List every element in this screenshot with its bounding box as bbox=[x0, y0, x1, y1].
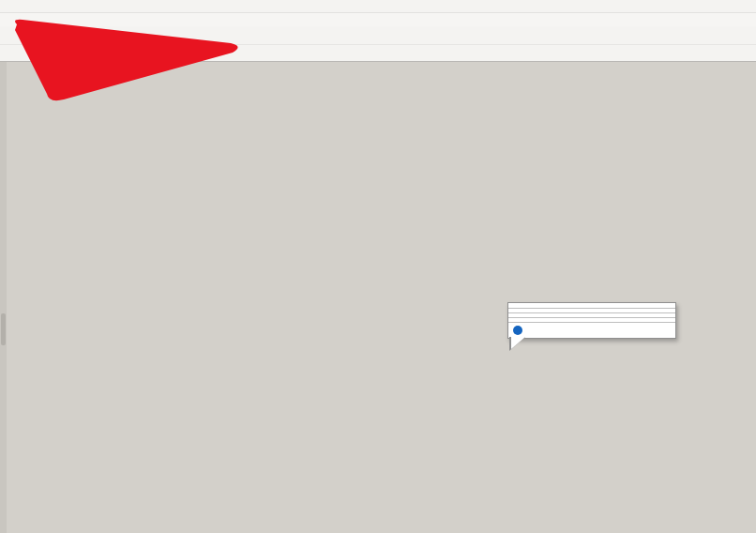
toolbar-main bbox=[0, 26, 756, 45]
bar-tooltip bbox=[507, 302, 676, 339]
tooltip-tail bbox=[511, 337, 525, 349]
toolbar-tools bbox=[0, 45, 756, 62]
tooltip-info-link[interactable] bbox=[508, 323, 675, 338]
title-bar bbox=[0, 0, 756, 13]
menu-bar bbox=[0, 13, 756, 26]
drawing-canvas[interactable] bbox=[0, 62, 756, 533]
structure-view[interactable] bbox=[0, 62, 756, 533]
panel-handle[interactable] bbox=[1, 313, 6, 345]
cype3d-window bbox=[0, 0, 756, 533]
left-panel-strip[interactable] bbox=[0, 62, 7, 533]
info-icon bbox=[513, 326, 522, 335]
